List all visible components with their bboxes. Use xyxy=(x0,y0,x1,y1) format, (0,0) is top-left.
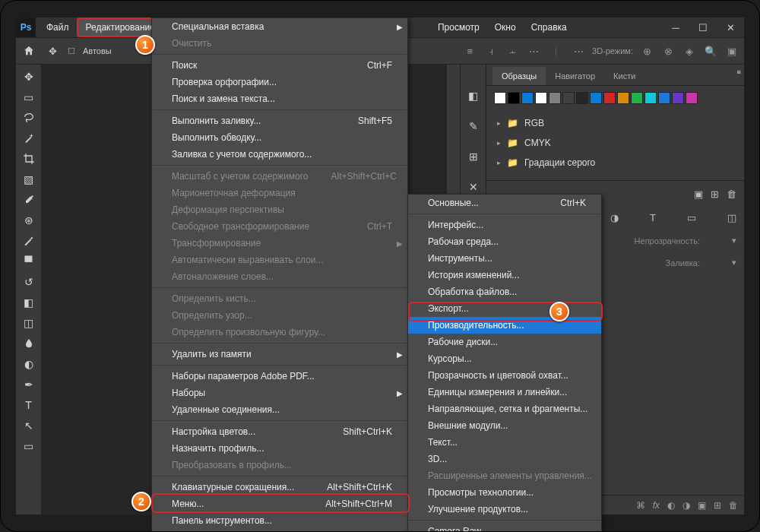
menu-item[interactable]: Настройка цветов...Shift+Ctrl+K xyxy=(152,423,407,440)
menu-item[interactable]: Инструменты... xyxy=(408,250,601,267)
type-tool[interactable]: T xyxy=(18,396,40,414)
crop-tool[interactable] xyxy=(18,150,40,168)
brush-panel-icon[interactable]: ✎ xyxy=(465,118,482,135)
swatch[interactable] xyxy=(603,92,616,104)
menu-item[interactable]: Удаленные соединения... xyxy=(152,401,407,418)
swatch[interactable] xyxy=(644,92,657,104)
menu-item[interactable]: Основные...Ctrl+K xyxy=(408,195,601,211)
menu-item[interactable]: Прозрачность и цветовой охват... xyxy=(408,367,601,384)
new-icon[interactable]: ⊞ xyxy=(711,188,719,200)
history-brush-tool[interactable]: ↺ xyxy=(18,273,40,291)
menu-item[interactable]: Наборы▶ xyxy=(152,385,407,401)
delete-icon[interactable]: 🗑 xyxy=(729,500,738,511)
home-button[interactable] xyxy=(21,43,37,59)
menu-item[interactable]: Обработка файлов... xyxy=(408,283,601,300)
heal-tool[interactable]: ⊛ xyxy=(18,211,40,230)
close-button[interactable]: ✕ xyxy=(717,17,744,37)
tab-swatches[interactable]: Образцы xyxy=(492,67,546,85)
menu-item[interactable]: ПоискCtrl+F xyxy=(152,57,407,74)
swatch[interactable] xyxy=(672,92,684,104)
menu-item[interactable]: Экспорт... xyxy=(408,300,601,317)
menu-item[interactable]: Единицы измерения и линейки... xyxy=(408,384,601,401)
menu-item[interactable]: Курсоры... xyxy=(408,350,601,367)
dodge-tool[interactable]: ◐ xyxy=(18,355,40,373)
menu-item[interactable]: Camera Raw... xyxy=(408,523,601,532)
menu-item[interactable]: Внешние модули... xyxy=(408,417,601,434)
menu-item[interactable]: Интерфейс... xyxy=(408,217,601,233)
path-tool[interactable]: ↖ xyxy=(18,416,40,435)
menu-item[interactable]: Выполнить заливку...Shift+F5 xyxy=(152,112,407,129)
menu-item[interactable]: Наборы параметров Adobe PDF... xyxy=(152,368,407,385)
brush-tool[interactable] xyxy=(18,232,40,250)
frame-tool[interactable]: ▧ xyxy=(18,170,40,188)
swatch[interactable] xyxy=(549,92,561,104)
menu-item[interactable]: Заливка с учетом содержимого... xyxy=(152,146,407,163)
swatch[interactable] xyxy=(686,92,698,104)
blur-tool[interactable] xyxy=(18,334,40,353)
menu-item[interactable]: Просмотры технологии... xyxy=(408,484,601,501)
menu-item[interactable]: Улучшение продуктов... xyxy=(408,501,601,518)
align-icon2[interactable]: ⫞ xyxy=(483,43,499,59)
align-icon3[interactable]: ⫠ xyxy=(505,43,520,59)
dolly-icon[interactable]: ◈ xyxy=(682,43,697,59)
tab-navigator[interactable]: Навигатор xyxy=(546,67,604,85)
folder-icon[interactable]: ▣ xyxy=(694,188,703,200)
menu-item[interactable]: Рабочие диски... xyxy=(408,334,601,350)
search-icon[interactable]: 🔍 xyxy=(703,43,718,59)
stamp-tool[interactable]: ▀ xyxy=(18,252,40,271)
pen-tool[interactable]: ✒ xyxy=(18,375,40,394)
eyedropper-tool[interactable] xyxy=(18,191,40,209)
distribute-icon[interactable]: ⋯ xyxy=(526,43,541,59)
menu-item[interactable]: Панель инструментов... xyxy=(152,512,407,529)
align-icon[interactable]: ≡ xyxy=(462,43,477,59)
orbit-icon[interactable]: ⊕ xyxy=(639,43,654,59)
maximize-button[interactable]: ☐ xyxy=(689,17,717,37)
menu-item[interactable]: 3D... xyxy=(408,451,601,467)
swatch[interactable] xyxy=(617,92,629,104)
workspace-icon[interactable]: ▣ xyxy=(724,43,739,59)
menu-item[interactable]: Производительность... xyxy=(408,317,601,334)
swatch[interactable] xyxy=(631,92,643,104)
swatch[interactable] xyxy=(508,92,520,104)
adjustments-panel-icon[interactable]: ✕ xyxy=(465,179,482,195)
folder-row[interactable]: ▸📁RGB xyxy=(486,113,744,133)
minimize-button[interactable]: ─ xyxy=(662,17,689,37)
menu-item[interactable]: Назначить профиль... xyxy=(152,440,407,457)
menu-view[interactable]: Просмотр xyxy=(430,17,487,37)
swatch[interactable] xyxy=(494,92,506,104)
group-icon[interactable]: ▣ xyxy=(698,500,706,511)
menu-item[interactable]: Меню...Alt+Shift+Ctrl+M xyxy=(152,496,407,512)
swatch[interactable] xyxy=(658,92,670,104)
swatch[interactable] xyxy=(576,92,588,104)
eraser-tool[interactable]: ◧ xyxy=(18,293,40,312)
folder-row[interactable]: ▸📁CMYK xyxy=(486,133,744,153)
link-icon[interactable]: ⌘ xyxy=(636,500,645,511)
trash-icon[interactable]: 🗑 xyxy=(727,188,736,200)
menu-item[interactable]: Поиск и замена текста... xyxy=(152,90,407,107)
more-icon[interactable]: ⋯ xyxy=(571,43,586,59)
new-layer-icon[interactable]: ⊞ xyxy=(714,500,721,511)
menu-file[interactable]: Файл xyxy=(39,17,77,37)
marquee-tool[interactable]: ▭ xyxy=(18,88,40,106)
menu-item[interactable]: История изменений... xyxy=(408,267,601,283)
wand-tool[interactable] xyxy=(18,129,40,147)
tab-brushes[interactable]: Кисти xyxy=(604,67,644,85)
gradient-tool[interactable]: ◫ xyxy=(18,314,40,332)
swatch[interactable] xyxy=(562,92,575,104)
menu-item[interactable]: Проверка орфографии... xyxy=(152,74,407,90)
swatch[interactable] xyxy=(590,92,602,104)
fx-icon[interactable]: fx xyxy=(653,500,660,511)
menu-help[interactable]: Справка xyxy=(524,17,575,37)
lasso-tool[interactable] xyxy=(18,109,40,127)
menu-window[interactable]: Окно xyxy=(487,17,524,37)
folder-row[interactable]: ▸📁Градации серого xyxy=(486,153,744,173)
color-panel-icon[interactable]: ◧ xyxy=(465,87,482,104)
character-panel-icon[interactable]: ⊞ xyxy=(465,148,482,165)
menu-item[interactable]: Удалить из памяти▶ xyxy=(152,346,407,363)
pan-icon[interactable]: ⊗ xyxy=(660,43,676,59)
swatch[interactable] xyxy=(521,92,534,104)
menu-item[interactable]: Клавиатурные сокращения...Alt+Shift+Ctrl… xyxy=(152,479,407,496)
swatch[interactable] xyxy=(535,92,547,104)
mask-icon[interactable]: ◐ xyxy=(667,500,675,511)
shape-tool[interactable]: ▭ xyxy=(18,437,40,455)
